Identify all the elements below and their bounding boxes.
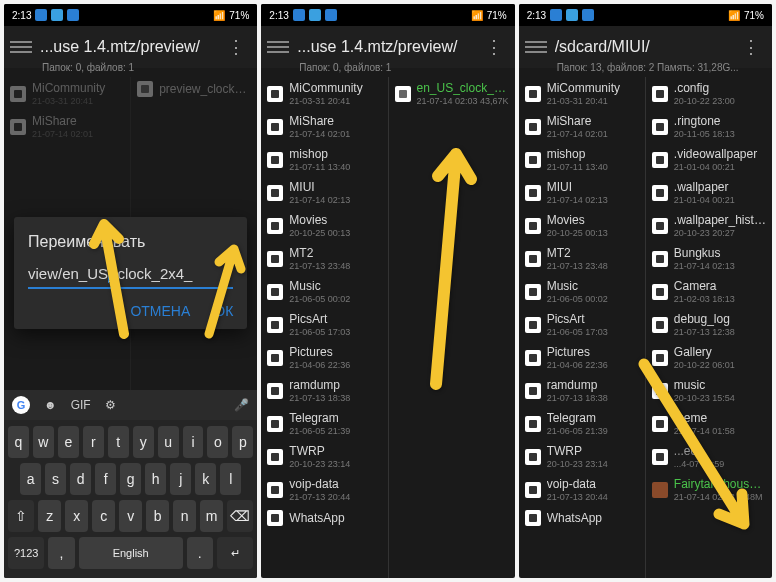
signal-icon: 📶 <box>213 10 225 21</box>
list-item[interactable]: en_US_clock_2x4_0.png 21-07-14 02:03 43,… <box>389 77 515 110</box>
overflow-icon[interactable]: ⋮ <box>221 36 251 58</box>
list-item[interactable]: debug_log21-07-13 12:38 <box>646 308 772 341</box>
list-item[interactable]: PicsArt21-06-05 17:03 <box>261 308 387 341</box>
list-item[interactable]: .config20-10-22 23:00 <box>646 77 772 110</box>
key-w[interactable]: w <box>33 426 54 458</box>
list-item[interactable]: voip-data21-07-13 20:44 <box>519 473 645 506</box>
list-item[interactable]: ...eo...4-07 18:59 <box>646 440 772 473</box>
list-item[interactable]: MiShare21-07-14 02:01 <box>519 110 645 143</box>
key-y[interactable]: y <box>133 426 154 458</box>
enter-key[interactable]: ↵ <box>217 537 253 569</box>
key-q[interactable]: q <box>8 426 29 458</box>
list-item[interactable]: Music21-06-05 00:02 <box>261 275 387 308</box>
key-x[interactable]: x <box>65 500 88 532</box>
hamburger-icon[interactable] <box>10 36 32 58</box>
list-item[interactable]: WhatsApp <box>519 506 645 530</box>
key-a[interactable]: a <box>20 463 41 495</box>
symbols-key[interactable]: ?123 <box>8 537 44 569</box>
list-item[interactable]: MT221-07-13 23:48 <box>519 242 645 275</box>
list-item[interactable]: theme21-07-14 01:58 <box>646 407 772 440</box>
list-item[interactable]: MT221-07-13 23:48 <box>261 242 387 275</box>
space-key[interactable]: English <box>79 537 183 569</box>
comma-key[interactable]: , <box>48 537 74 569</box>
list-item[interactable]: .wallpaper21-01-04 00:21 <box>646 176 772 209</box>
rename-input[interactable]: view/en_US_clock_2x4_ <box>28 265 233 289</box>
list-item[interactable]: Bungkus21-07-14 02:13 <box>646 242 772 275</box>
list-item[interactable]: MiCommunity21-03-31 20:41 <box>519 77 645 110</box>
key-f[interactable]: f <box>95 463 116 495</box>
key-k[interactable]: k <box>195 463 216 495</box>
key-d[interactable]: d <box>70 463 91 495</box>
list-item[interactable]: MiCommunity21-03-31 20:41 <box>261 77 387 110</box>
key-v[interactable]: v <box>119 500 142 532</box>
hamburger-icon[interactable] <box>267 36 289 58</box>
ok-button[interactable]: ОК <box>214 303 233 319</box>
list-item[interactable]: WhatsApp <box>261 506 387 530</box>
list-item[interactable]: MiCommunity21-03-31 20:41 <box>4 77 130 110</box>
app-icon <box>67 9 79 21</box>
overflow-icon[interactable]: ⋮ <box>736 36 766 58</box>
key-b[interactable]: b <box>146 500 169 532</box>
list-item[interactable]: .ringtone20-11-05 18:13 <box>646 110 772 143</box>
list-item[interactable]: MiShare21-07-14 02:01 <box>4 110 130 143</box>
period-key[interactable]: . <box>187 537 213 569</box>
key-n[interactable]: n <box>173 500 196 532</box>
list-item[interactable]: Fairytale house 1.4.mtz21-07-14 02:13 4,… <box>646 473 772 506</box>
list-item[interactable]: Music21-06-05 00:02 <box>519 275 645 308</box>
list-item[interactable]: Telegram21-06-05 21:39 <box>519 407 645 440</box>
list-item[interactable]: Gallery20-10-22 06:01 <box>646 341 772 374</box>
settings-icon[interactable]: ⚙ <box>105 398 116 412</box>
key-c[interactable]: c <box>92 500 115 532</box>
overflow-icon[interactable]: ⋮ <box>479 36 509 58</box>
statusbar: 2:13 📶71% <box>519 4 772 26</box>
backspace-key[interactable]: ⌫ <box>227 500 253 532</box>
list-item[interactable]: ramdump21-07-13 18:38 <box>519 374 645 407</box>
shift-key[interactable]: ⇧ <box>8 500 34 532</box>
path-text[interactable]: ...use 1.4.mtz/preview/ <box>40 38 221 56</box>
list-item[interactable]: Telegram21-06-05 21:39 <box>261 407 387 440</box>
key-p[interactable]: p <box>232 426 253 458</box>
list-item[interactable]: voip-data21-07-13 20:44 <box>261 473 387 506</box>
list-item[interactable]: preview_clock_2x4_0.png <box>131 77 257 101</box>
list-item[interactable]: .videowallpaper21-01-04 00:21 <box>646 143 772 176</box>
key-s[interactable]: s <box>45 463 66 495</box>
list-item[interactable]: MIUI21-07-14 02:13 <box>519 176 645 209</box>
list-item[interactable]: TWRP20-10-23 23:14 <box>261 440 387 473</box>
list-item[interactable]: ramdump21-07-13 18:38 <box>261 374 387 407</box>
list-item[interactable]: mishop21-07-11 13:40 <box>519 143 645 176</box>
key-u[interactable]: u <box>158 426 179 458</box>
list-item[interactable]: MiShare21-07-14 02:01 <box>261 110 387 143</box>
folder-icon <box>525 482 541 498</box>
list-item[interactable]: music20-10-23 15:54 <box>646 374 772 407</box>
list-item[interactable]: Pictures21-04-06 22:36 <box>261 341 387 374</box>
list-item[interactable]: TWRP20-10-23 23:14 <box>519 440 645 473</box>
list-item[interactable]: mishop21-07-11 13:40 <box>261 143 387 176</box>
list-item[interactable]: PicsArt21-06-05 17:03 <box>519 308 645 341</box>
key-m[interactable]: m <box>200 500 223 532</box>
key-l[interactable]: l <box>220 463 241 495</box>
google-icon[interactable]: G <box>12 396 30 414</box>
list-item[interactable]: .wallpaper_history20-10-23 20:27 <box>646 209 772 242</box>
mic-icon[interactable]: 🎤 <box>234 398 249 412</box>
hamburger-icon[interactable] <box>525 36 547 58</box>
list-item[interactable]: Pictures21-04-06 22:36 <box>519 341 645 374</box>
key-z[interactable]: z <box>38 500 61 532</box>
key-g[interactable]: g <box>120 463 141 495</box>
file-name: MiCommunity <box>547 81 639 95</box>
key-i[interactable]: i <box>183 426 204 458</box>
key-h[interactable]: h <box>145 463 166 495</box>
key-r[interactable]: r <box>83 426 104 458</box>
key-t[interactable]: t <box>108 426 129 458</box>
list-item[interactable]: Movies20-10-25 00:13 <box>261 209 387 242</box>
key-j[interactable]: j <box>170 463 191 495</box>
list-item[interactable]: MIUI21-07-14 02:13 <box>261 176 387 209</box>
key-o[interactable]: o <box>207 426 228 458</box>
key-e[interactable]: e <box>58 426 79 458</box>
path-text[interactable]: ...use 1.4.mtz/preview/ <box>297 38 478 56</box>
path-text[interactable]: /sdcard/MIUI/ <box>555 38 736 56</box>
list-item[interactable]: Camera21-02-03 18:13 <box>646 275 772 308</box>
cancel-button[interactable]: ОТМЕНА <box>130 303 190 319</box>
list-item[interactable]: Movies20-10-25 00:13 <box>519 209 645 242</box>
emoji-icon[interactable]: ☻ <box>44 398 57 412</box>
gif-button[interactable]: GIF <box>71 398 91 412</box>
